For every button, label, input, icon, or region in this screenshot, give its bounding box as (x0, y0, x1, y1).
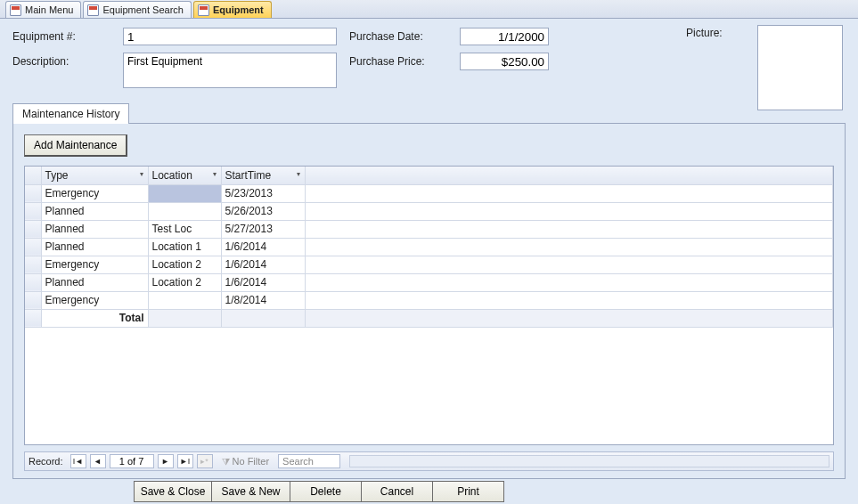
nav-first-button[interactable]: I◄ (70, 454, 86, 468)
maintenance-grid: Type▾ Location▾ StartTime▾ Emergency5/23… (24, 166, 834, 445)
grid-table: Type▾ Location▾ StartTime▾ Emergency5/23… (25, 167, 833, 328)
table-row[interactable]: Emergency1/8/2014 (25, 291, 833, 309)
chevron-down-icon[interactable]: ▾ (210, 170, 219, 179)
table-row[interactable]: PlannedTest Loc5/27/2013 (25, 220, 833, 238)
picture-box[interactable] (757, 25, 843, 110)
tab-equipment[interactable]: Equipment (193, 1, 272, 18)
table-row[interactable]: PlannedLocation 21/6/2014 (25, 273, 833, 291)
purchase-price-label: Purchase Price: (349, 53, 447, 68)
filter-indicator[interactable]: ⧩ No Filter (222, 456, 270, 467)
record-navigator: Record: I◄ ◄ ► ►I ▸* ⧩ No Filter (24, 451, 834, 471)
grid-search-input[interactable] (278, 454, 340, 468)
description-input[interactable] (123, 53, 337, 88)
col-starttime[interactable]: StartTime▾ (221, 167, 305, 184)
tab-main-menu[interactable]: Main Menu (5, 1, 81, 18)
table-row[interactable]: Emergency5/23/2013 (25, 184, 833, 202)
tab-label: Main Menu (25, 4, 73, 15)
tab-label: Equipment (213, 4, 264, 15)
tab-maintenance-history[interactable]: Maintenance History (12, 103, 129, 124)
col-location[interactable]: Location▾ (148, 167, 221, 184)
equipment-num-input[interactable] (123, 28, 337, 45)
nav-next-button[interactable]: ► (158, 454, 174, 468)
horizontal-scrollbar[interactable] (349, 455, 829, 467)
description-label: Description: (12, 53, 110, 68)
form-icon (198, 4, 209, 16)
tab-label: Equipment Search (102, 4, 184, 15)
funnel-icon: ⧩ (222, 456, 230, 467)
table-row[interactable]: EmergencyLocation 21/6/2014 (25, 256, 833, 273)
cancel-button[interactable]: Cancel (362, 481, 433, 502)
record-label: Record: (29, 456, 63, 467)
purchase-date-input[interactable] (460, 28, 549, 45)
delete-button[interactable]: Delete (290, 481, 362, 502)
purchase-date-label: Purchase Date: (349, 28, 447, 43)
table-total-row: Total (25, 309, 833, 327)
add-maintenance-button[interactable]: Add Maintenance (24, 134, 127, 157)
table-row[interactable]: PlannedLocation 11/6/2014 (25, 238, 833, 256)
table-row[interactable]: Planned5/26/2013 (25, 202, 833, 220)
form-action-buttons: Save & Close Save & New Delete Cancel Pr… (134, 481, 504, 502)
picture-label: Picture: (686, 27, 723, 39)
form-icon (87, 4, 99, 16)
chevron-down-icon[interactable]: ▾ (294, 170, 303, 179)
nav-last-button[interactable]: ►I (177, 454, 193, 468)
equipment-num-label: Equipment #: (12, 28, 110, 43)
save-close-button[interactable]: Save & Close (134, 481, 212, 502)
col-type[interactable]: Type▾ (41, 167, 148, 184)
form-body: Equipment #: Purchase Date: Description:… (0, 19, 858, 467)
save-new-button[interactable]: Save & New (212, 481, 290, 502)
subtab-label: Maintenance History (22, 108, 119, 120)
maintenance-panel: Add Maintenance Type▾ Location▾ StartTim… (12, 123, 846, 479)
purchase-price-input[interactable] (460, 53, 549, 70)
record-position-input[interactable] (110, 454, 154, 468)
window-tabs: Main Menu Equipment Search Equipment (0, 0, 858, 19)
chevron-down-icon[interactable]: ▾ (137, 170, 146, 179)
nav-prev-button[interactable]: ◄ (90, 454, 106, 468)
tab-equipment-search[interactable]: Equipment Search (83, 1, 192, 18)
grid-corner[interactable] (25, 167, 41, 184)
nav-new-button: ▸* (197, 454, 213, 468)
print-button[interactable]: Print (433, 481, 504, 502)
col-empty (305, 167, 833, 184)
form-icon (10, 4, 21, 16)
